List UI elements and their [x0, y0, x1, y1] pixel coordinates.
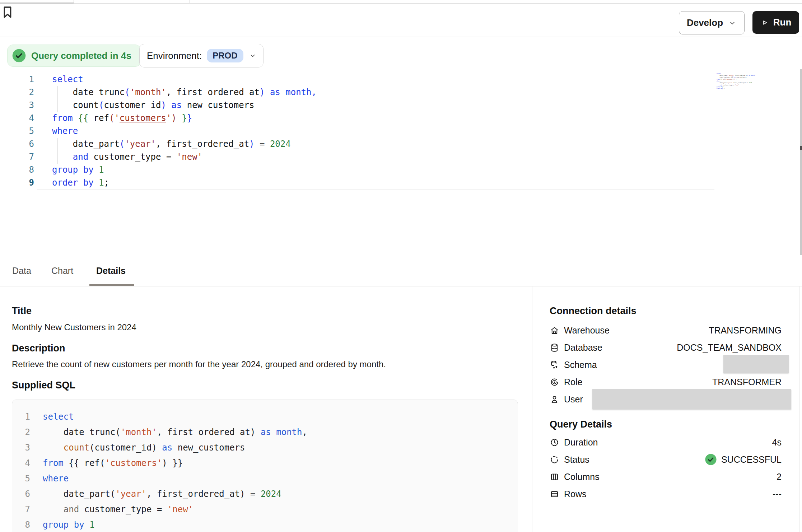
query-detail-value-text: 4s	[772, 437, 782, 448]
check-circle-icon	[705, 453, 717, 466]
toolbar-header: Develop Run	[0, 4, 802, 37]
connection-row-database: DatabaseDOCS_TEAM_SANDBOX	[550, 339, 782, 356]
code-token: count	[64, 443, 89, 453]
connection-value: DOCS_TEAM_SANDBOX	[677, 342, 782, 353]
connection-label: Warehouse	[564, 325, 610, 336]
code-token: as month,	[270, 87, 317, 97]
code-token: as	[162, 443, 172, 453]
code-token	[52, 152, 73, 162]
code-token: 'month'	[130, 87, 166, 97]
editor-code-line: group by 1	[52, 163, 317, 176]
check-circle-icon	[12, 48, 26, 63]
develop-dropdown-button[interactable]: Develop	[679, 11, 745, 34]
connection-label: Role	[564, 377, 582, 387]
chevron-down-icon	[728, 19, 737, 27]
query-detail-value: 2	[777, 472, 782, 482]
supplied-sql-line-number: 6	[12, 486, 30, 502]
code-token: from	[717, 78, 720, 80]
code-token: ;	[724, 88, 725, 89]
code-token: , first_ordered_at	[166, 87, 260, 97]
code-token: select	[43, 412, 74, 422]
role-icon	[550, 377, 559, 387]
code-token: 1	[89, 520, 94, 530]
query-detail-row-rows: Rows---	[550, 485, 782, 503]
code-token: new_customers	[182, 100, 254, 110]
tab-chart[interactable]: Chart	[51, 255, 73, 286]
editor-minimap[interactable]: select date_trunc('month', first_ordered…	[717, 73, 755, 98]
tab-strip-divider	[358, 0, 358, 3]
code-token: select	[52, 74, 83, 84]
tab-details[interactable]: Details	[96, 255, 126, 286]
code-token: 2024	[749, 82, 752, 84]
tab-strip-divider	[190, 0, 190, 3]
connection-row-role: RoleTRANSFORMER	[550, 373, 782, 391]
code-token: )	[171, 113, 176, 123]
editor-scrollbar-thumb[interactable]	[800, 146, 802, 150]
code-token: (	[99, 100, 104, 110]
tab-data[interactable]: Data	[12, 255, 31, 286]
supplied-sql-line-number: 8	[12, 517, 30, 532]
code-token: customer_id	[104, 100, 161, 110]
query-status-pill: Query completed in 4s	[7, 45, 141, 67]
code-token: 'new'	[177, 152, 202, 162]
code-token: 'customers'	[105, 458, 162, 468]
environment-dropdown[interactable]: Environment: PROD	[139, 44, 264, 67]
code-token: and	[73, 152, 88, 162]
environment-label: Environment:	[147, 50, 202, 61]
dbt-query-ide-screen: Develop Run Query completed in 4s Enviro…	[0, 0, 802, 532]
code-token: customer_type =	[79, 504, 167, 514]
editor-code-line: and customer_type = 'new'	[52, 150, 317, 163]
editor-scrollbar[interactable]	[800, 69, 802, 256]
code-token: date_trunc(	[43, 427, 121, 437]
duration-icon	[550, 438, 559, 447]
code-token: where	[52, 126, 78, 136]
editor-code-line: order by 1;	[52, 176, 317, 189]
code-token: from	[43, 458, 64, 468]
code-token: date_trunc	[717, 75, 727, 76]
description-heading: Description	[12, 343, 65, 354]
user-icon	[550, 395, 559, 404]
code-token: , first_ordered_at	[733, 75, 747, 76]
code-token: group by	[717, 86, 723, 88]
code-token: {{	[78, 113, 88, 123]
description-value: Retrieve the count of new customers per …	[12, 359, 386, 369]
code-token	[43, 443, 64, 453]
code-token: =	[255, 139, 270, 149]
code-token: 1	[99, 178, 104, 188]
code-token: 1	[99, 165, 104, 175]
connection-value: TRANSFORMING	[709, 325, 782, 336]
user-redacted-value-block	[592, 389, 791, 409]
schema-icon	[550, 360, 559, 370]
query-detail-value-text: 2	[777, 472, 782, 482]
code-token: group by	[52, 165, 94, 175]
code-token: customers	[727, 78, 733, 80]
code-token: new_customers	[172, 443, 245, 453]
database-icon	[550, 343, 559, 353]
query-detail-label: Rows	[564, 489, 587, 499]
run-button[interactable]: Run	[752, 11, 799, 34]
code-token: 'year'	[125, 139, 156, 149]
connection-row-warehouse: WarehouseTRANSFORMING	[550, 322, 782, 339]
minimap-code-line: order by 1;	[717, 88, 755, 90]
code-token	[94, 165, 99, 175]
code-token: )	[249, 139, 254, 149]
code-token: customer_id	[724, 76, 733, 78]
code-token: }	[182, 113, 187, 123]
status-icon	[550, 455, 559, 465]
query-detail-row-columns: Columns2	[550, 468, 782, 485]
bookmark-icon[interactable]	[0, 4, 15, 21]
connection-details-panel: Connection details WarehouseTRANSFORMING…	[532, 286, 799, 532]
supplied-sql-line-number: 7	[12, 502, 30, 517]
code-token	[94, 178, 99, 188]
code-token: where	[717, 80, 721, 82]
code-token: , first_ordered_at) =	[146, 489, 261, 499]
query-detail-label: Duration	[564, 437, 598, 448]
code-token: (customer_id)	[89, 443, 162, 453]
code-token: as month	[261, 427, 302, 437]
tab-strip-divider	[686, 0, 686, 3]
code-token: , first_ordered_at	[156, 139, 249, 149]
code-token: (	[120, 139, 125, 149]
sql-editor[interactable]: 123456789 select date_trunc('month', fir…	[0, 72, 802, 255]
supplied-sql-line-number: 5	[12, 471, 30, 486]
code-token	[265, 87, 270, 97]
